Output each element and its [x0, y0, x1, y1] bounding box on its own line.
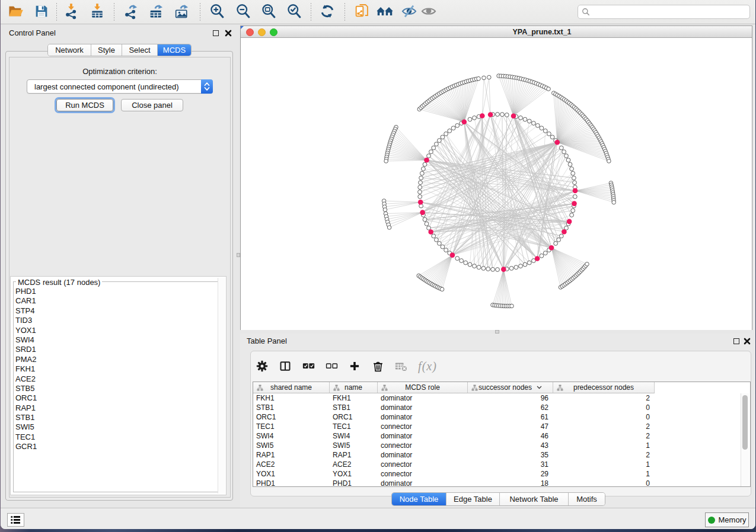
gear-button[interactable] — [256, 360, 269, 373]
result-node-item[interactable]: RAP1 — [13, 403, 37, 413]
hide-eye-button[interactable] — [400, 4, 418, 21]
column-header-successor-nodes[interactable]: successor nodes — [468, 382, 553, 393]
table-row-ORC1[interactable]: ORC1ORC1dominator610 — [253, 412, 655, 422]
table-row-SWI5[interactable]: SWI5SWI5connector431 — [253, 441, 655, 450]
cell-MCDS-role: dominator — [381, 403, 412, 412]
table-row-STB1[interactable]: STB1STB1dominator620 — [253, 403, 655, 412]
close-panel-icon[interactable] — [225, 30, 232, 37]
cell-MCDS-role: dominator — [381, 450, 412, 460]
home-button[interactable] — [376, 4, 394, 21]
deselect-all-button[interactable] — [325, 360, 338, 373]
mcds-result-box: MCDS result (17 nodes) PHD1CAR1STP4TID3Y… — [10, 276, 227, 495]
table-scrollbar-thumb[interactable] — [742, 395, 748, 450]
export-image-button[interactable] — [173, 4, 190, 21]
table-row-RAP1[interactable]: RAP1RAP1dominator352 — [253, 450, 655, 460]
gear-icon — [256, 360, 268, 372]
cell-MCDS-role: connector — [381, 422, 412, 431]
export-network-button[interactable] — [122, 4, 139, 21]
select-all-button[interactable] — [302, 360, 315, 373]
result-node-item[interactable]: SRD1 — [13, 345, 37, 354]
network-window-titlebar[interactable]: YPA_prune.txt_1 — [241, 26, 752, 38]
cell-predecessor-nodes: 2 — [553, 450, 650, 460]
result-node-item[interactable]: ORC1 — [13, 393, 37, 403]
network-canvas[interactable] — [241, 39, 752, 330]
float-table-panel-icon[interactable] — [733, 338, 739, 344]
function-button[interactable]: f(x) — [417, 360, 438, 373]
result-node-item[interactable]: FKH1 — [13, 364, 37, 374]
result-node-item[interactable]: CAR1 — [13, 296, 37, 306]
zoom-fit-button[interactable] — [260, 4, 277, 21]
delete-button[interactable] — [371, 360, 384, 373]
cell-name: RAP1 — [333, 450, 351, 460]
result-node-item[interactable]: STB5 — [13, 384, 37, 393]
memory-button[interactable]: Memory — [705, 512, 749, 527]
table-row-ACE2[interactable]: ACE2ACE2connector311 — [253, 460, 655, 469]
tab-network[interactable]: Network — [48, 44, 91, 56]
close-traffic-light[interactable] — [246, 28, 254, 36]
refresh-button[interactable] — [318, 4, 336, 21]
result-node-item[interactable]: TID3 — [13, 316, 37, 325]
tab-mcds[interactable]: MCDS — [158, 44, 191, 56]
import-table-button[interactable] — [88, 4, 106, 21]
mcds-panel: Optimization criterion: largest connecte… — [9, 57, 231, 498]
result-node-item[interactable]: PHD1 — [13, 287, 37, 296]
result-node-item[interactable]: TEC1 — [13, 432, 37, 442]
table-row-FKH1[interactable]: FKH1FKH1dominator962 — [253, 393, 655, 403]
result-node-item[interactable]: SWI4 — [13, 335, 37, 345]
columns-button[interactable] — [279, 360, 292, 373]
float-panel-icon[interactable] — [213, 30, 219, 36]
result-node-item[interactable]: YOX1 — [13, 326, 37, 335]
cell-predecessor-nodes: 2 — [553, 431, 650, 441]
column-header-shared-name[interactable]: shared name — [253, 382, 330, 393]
table-row-TEC1[interactable]: TEC1TEC1connector472 — [253, 422, 655, 431]
tab-edge-table[interactable]: Edge Table — [446, 493, 500, 505]
mcds-result-list[interactable]: PHD1CAR1STP4TID3YOX1SWI4SRD1PMA2FKH1ACE2… — [13, 287, 37, 452]
close-panel-button[interactable]: Close panel — [121, 99, 183, 111]
column-type-icon — [557, 384, 563, 393]
delete-table-button[interactable] — [394, 360, 407, 373]
export-table-button[interactable] — [147, 4, 165, 21]
search-input[interactable] — [590, 5, 749, 18]
minimize-traffic-light[interactable] — [258, 28, 266, 36]
result-node-item[interactable]: STP4 — [13, 306, 37, 316]
result-node-item[interactable]: PMA2 — [13, 355, 37, 364]
column-header-name[interactable]: name — [330, 382, 378, 393]
result-node-item[interactable]: GCR1 — [13, 442, 37, 451]
search-box[interactable] — [578, 5, 750, 19]
result-node-item[interactable]: SWI5 — [13, 422, 37, 432]
cell-name: FKH1 — [333, 393, 351, 403]
zoom-traffic-light[interactable] — [270, 28, 277, 36]
table-row-YOX1[interactable]: YOX1YOX1connector291 — [253, 469, 655, 479]
tab-style[interactable]: Style — [91, 44, 122, 56]
show-eye-button[interactable] — [420, 4, 438, 21]
criterion-dropdown[interactable]: largest connected component (undirected) — [27, 79, 213, 94]
run-mcds-button[interactable]: Run MCDS — [56, 99, 113, 111]
zoom-out-button[interactable] — [234, 4, 252, 21]
result-list-scrollbar[interactable] — [218, 278, 225, 493]
tab-select[interactable]: Select — [122, 44, 158, 56]
table-scrollbar[interactable] — [741, 393, 749, 486]
import-network-button[interactable] — [62, 4, 80, 21]
column-header-MCDS-role[interactable]: MCDS role — [378, 382, 468, 393]
add-button[interactable] — [348, 360, 361, 373]
result-node-item[interactable]: STB1 — [13, 413, 37, 422]
close-table-panel-icon[interactable] — [744, 338, 751, 345]
table-row-PHD1[interactable]: PHD1PHD1dominator180 — [253, 479, 655, 487]
column-header-predecessor-nodes[interactable]: predecessor nodes — [553, 382, 655, 393]
hide-eye-icon — [401, 3, 417, 22]
cell-MCDS-role: connector — [381, 469, 412, 479]
zoom-fit-icon — [260, 3, 277, 22]
main-toolbar — [1, 0, 755, 24]
tab-node-table[interactable]: Node Table — [392, 493, 446, 505]
zoom-in-button[interactable] — [208, 4, 226, 21]
cell-shared-name: YOX1 — [256, 469, 275, 479]
tab-network-table[interactable]: Network Table — [500, 493, 569, 505]
tab-motifs[interactable]: Motifs — [569, 493, 605, 505]
zoom-selected-button[interactable] — [285, 4, 303, 21]
table-row-SWI4[interactable]: SWI4SWI4dominator462 — [253, 431, 655, 441]
task-history-button[interactable] — [7, 513, 24, 527]
open-file-button[interactable] — [7, 4, 24, 21]
save-button[interactable] — [33, 4, 50, 21]
result-node-item[interactable]: ACE2 — [13, 374, 37, 384]
clone-network-button[interactable] — [353, 4, 371, 21]
